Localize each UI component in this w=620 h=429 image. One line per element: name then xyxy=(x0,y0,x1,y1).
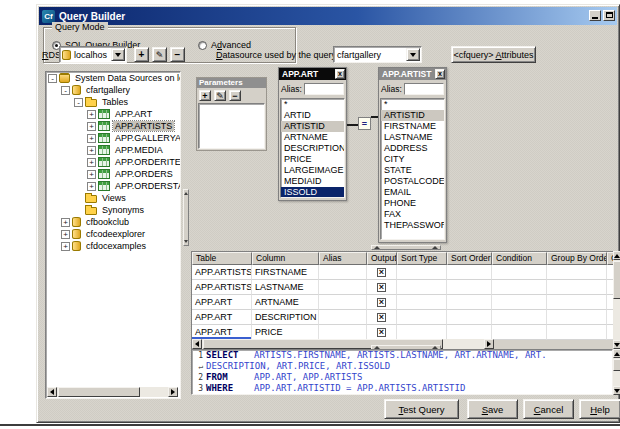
test-query-button[interactable]: Test Query xyxy=(384,399,459,419)
grid-cell[interactable] xyxy=(447,325,492,340)
tree-item-app-art[interactable]: +APP.ART xyxy=(46,108,180,120)
tree-expander-icon[interactable]: + xyxy=(61,242,70,251)
grid-cell[interactable] xyxy=(447,310,492,325)
grid-header-table[interactable]: Table xyxy=(192,252,252,265)
column-item[interactable]: ARTISTID xyxy=(281,121,344,132)
grid-cell[interactable] xyxy=(492,265,547,280)
grid-cell[interactable]: DESCRIPTION xyxy=(252,310,319,325)
tree-expander-icon[interactable]: - xyxy=(74,98,83,107)
column-item[interactable]: LARGEIMAGE xyxy=(281,165,344,176)
scrollbar-thumb[interactable] xyxy=(58,387,140,397)
tree-item-label[interactable]: Views xyxy=(100,193,128,203)
output-checkbox[interactable] xyxy=(377,328,386,337)
tree-item-label[interactable]: System Data Sources on loc xyxy=(73,73,181,83)
column-item[interactable]: * xyxy=(381,99,444,110)
column-item[interactable]: ARTNAME xyxy=(281,132,344,143)
grid-h-scrollbar[interactable] xyxy=(192,339,494,349)
tree-h-scrollbar[interactable] xyxy=(47,387,178,397)
grid-v-scrollbar[interactable] xyxy=(613,251,620,349)
tree-item-label[interactable]: APP.ORDERITE xyxy=(113,157,181,167)
datasource-tree[interactable]: -System Data Sources on loc-cfartgallery… xyxy=(45,71,181,399)
cfquery-attributes-button[interactable]: <cfquery> Attributes xyxy=(451,46,536,63)
grid-header-alias[interactable]: Alias xyxy=(319,252,367,265)
column-item[interactable]: PHONE xyxy=(381,198,444,209)
column-item[interactable]: ARTISTID xyxy=(381,110,444,121)
join-operator[interactable]: = xyxy=(358,117,371,130)
tree-item-cfcodeexplorer[interactable]: +cfcodeexplorer xyxy=(46,228,180,240)
tree-expander-icon[interactable]: + xyxy=(87,170,96,179)
tree-item-label[interactable]: APP.MEDIA xyxy=(113,145,165,155)
tree-item-label[interactable]: cfartgallery xyxy=(84,85,132,95)
scroll-up-button[interactable] xyxy=(613,251,620,260)
column-item[interactable]: PRICE xyxy=(281,154,344,165)
radio-unselected-icon[interactable] xyxy=(198,41,207,50)
vertical-splitter[interactable] xyxy=(183,189,189,246)
grid-cell[interactable]: FIRSTNAME xyxy=(252,265,319,280)
sql-v-scrollbar[interactable] xyxy=(613,349,620,395)
tree-item-app-artists[interactable]: +APP.ARTISTS xyxy=(46,120,180,132)
column-list-app-artist[interactable]: *ARTISTIDFIRSTNAMELASTNAMEADDRESSCITYSTA… xyxy=(380,98,445,240)
tree-item-label[interactable]: cfcodeexplorer xyxy=(84,229,147,239)
grid-cell[interactable] xyxy=(367,265,397,280)
tree-item-views[interactable]: Views xyxy=(46,192,180,204)
grid-header-output[interactable]: Output xyxy=(367,252,397,265)
grid-cell[interactable] xyxy=(367,325,397,340)
sql-editor[interactable]: 1SELECTARTISTS.FIRSTNAME, ARTISTS.LASTNA… xyxy=(191,349,613,395)
grid-cell[interactable] xyxy=(319,310,367,325)
output-checkbox[interactable] xyxy=(377,268,386,277)
tree-expander-icon[interactable]: + xyxy=(61,230,70,239)
grid-cell[interactable] xyxy=(319,325,367,340)
tree-item-app-gallerya[interactable]: +APP.GALLERYA xyxy=(46,132,180,144)
column-item[interactable]: POSTALCODE xyxy=(381,176,444,187)
maximize-button[interactable] xyxy=(603,10,615,21)
tree-expander-icon[interactable]: - xyxy=(61,86,70,95)
grid-cell[interactable] xyxy=(397,325,447,340)
grid-header-column[interactable]: Column xyxy=(252,252,319,265)
tree-item-cfdocexamples[interactable]: +cfdocexamples xyxy=(46,240,180,252)
rds-add-button[interactable] xyxy=(134,47,149,62)
tree-item-label[interactable]: Tables xyxy=(100,97,130,107)
table-window-title[interactable]: APP.ARTIST x xyxy=(379,68,446,80)
table-window-app-artist[interactable]: APP.ARTIST x Alias: *ARTISTIDFIRSTNAMELA… xyxy=(378,67,447,243)
grid-cell[interactable] xyxy=(547,325,607,340)
grid-cell[interactable] xyxy=(447,280,492,295)
column-item[interactable]: LASTNAME xyxy=(381,132,444,143)
rds-combobox[interactable]: localhos xyxy=(59,46,127,63)
tree-item-label[interactable]: cfdocexamples xyxy=(84,241,148,251)
column-item[interactable]: FAX xyxy=(381,209,444,220)
tree-item-label[interactable]: APP.ORDERSTA xyxy=(113,181,181,191)
title-bar[interactable]: Cf Query Builder xyxy=(39,7,617,25)
column-item[interactable]: FIRSTNAME xyxy=(381,121,444,132)
parameter-add-button[interactable] xyxy=(199,90,211,101)
close-icon[interactable]: x xyxy=(435,69,445,79)
rds-dropdown-button[interactable] xyxy=(111,48,125,61)
column-item[interactable]: EMAIL xyxy=(381,187,444,198)
column-item[interactable]: ISSOLD xyxy=(281,187,344,198)
grid-cell[interactable] xyxy=(367,280,397,295)
scroll-down-button[interactable] xyxy=(613,340,620,349)
scrollbar-thumb[interactable] xyxy=(613,261,620,299)
tree-expander-icon[interactable]: + xyxy=(87,146,96,155)
tree-item-system-data-sources-on-loc[interactable]: -System Data Sources on loc xyxy=(46,72,180,84)
alias-input[interactable] xyxy=(304,83,344,95)
grid-cell[interactable] xyxy=(319,265,367,280)
grid-cell[interactable]: PRICE xyxy=(252,325,319,340)
grid-cell[interactable] xyxy=(397,310,447,325)
grid-cell[interactable]: ARTNAME xyxy=(252,295,319,310)
grid-cell[interactable] xyxy=(547,265,607,280)
grid-cell[interactable] xyxy=(397,295,447,310)
grid-cell[interactable]: APP.ART xyxy=(192,310,252,325)
horizontal-splitter[interactable] xyxy=(371,245,441,250)
tree-item-label[interactable]: APP.ART xyxy=(113,109,154,119)
tree-expander-icon[interactable]: + xyxy=(61,218,70,227)
column-item[interactable]: STATE xyxy=(381,165,444,176)
column-item[interactable]: DESCRIPTION xyxy=(281,143,344,154)
datasource-combobox[interactable]: cfartgallery xyxy=(333,46,422,63)
tree-item-synonyms[interactable]: Synonyms xyxy=(46,204,180,216)
scroll-left-button[interactable] xyxy=(192,339,202,349)
output-checkbox[interactable] xyxy=(377,298,386,307)
grid-cell[interactable] xyxy=(367,310,397,325)
tree-item-cfartgallery[interactable]: -cfartgallery xyxy=(46,84,180,96)
parameter-remove-button[interactable] xyxy=(229,90,241,101)
column-item[interactable]: ARTID xyxy=(281,110,344,121)
